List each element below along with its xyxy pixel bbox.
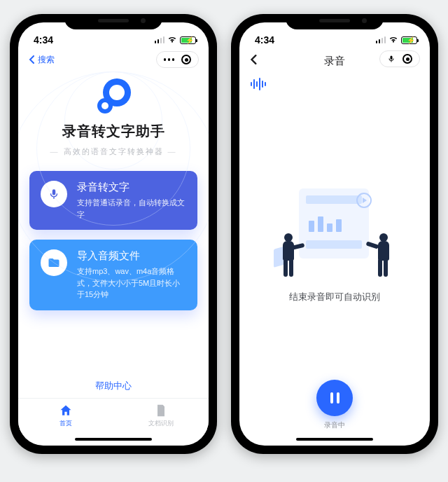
action-cards: 录音转文字 支持普通话录音，自动转换成文字 导入音频文件 支持mp3、wav、m…	[18, 157, 209, 310]
help-center-link[interactable]: 帮助中心	[18, 369, 209, 398]
tab-home-label: 首页	[59, 419, 72, 428]
record-status-label: 录音中	[324, 420, 345, 430]
card-record-to-text[interactable]: 录音转文字 支持普通话录音，自动转换成文字	[29, 171, 197, 230]
person-right-icon	[373, 233, 394, 280]
status-time: 4:34	[34, 34, 53, 46]
folder-icon	[41, 249, 67, 276]
empty-state: 结束录音即可自动识别	[239, 97, 430, 380]
person-left-icon	[278, 233, 299, 280]
capsule-menu[interactable]	[156, 51, 200, 68]
battery-icon: ⚡	[401, 36, 417, 44]
tab-bar: 首页 文档识别	[18, 398, 209, 433]
close-capsule-icon	[181, 55, 191, 64]
pause-icon	[330, 392, 340, 404]
chevron-left-icon	[249, 55, 259, 64]
title-bar: 录音	[239, 50, 430, 71]
screen-home: 4:34 ⚡ 搜索 录音转文字助手 高效的语音文字转换神器	[18, 22, 209, 446]
illustration	[275, 188, 394, 280]
document-icon	[154, 404, 168, 418]
app-logo-icon	[94, 78, 132, 116]
close-capsule-icon	[402, 54, 412, 64]
tab-home[interactable]: 首页	[18, 399, 113, 433]
notch	[286, 14, 384, 29]
notch	[64, 14, 162, 29]
play-icon	[356, 193, 372, 208]
back-label: 搜索	[38, 54, 55, 66]
tab-doc-label: 文档识别	[148, 419, 174, 428]
more-icon	[164, 58, 175, 61]
screen-recording: 4:34 ⚡ 录音	[239, 22, 430, 446]
status-time: 4:34	[255, 34, 274, 46]
page-title: 录音	[324, 55, 345, 68]
back-to-search[interactable]: 搜索	[28, 54, 55, 66]
card-import-title: 导入音频文件	[77, 249, 186, 263]
nav-row: 搜索	[18, 50, 209, 71]
card-import-audio[interactable]: 导入音频文件 支持mp3、wav、m4a音频格式，文件大小小于5M且时长小于15…	[29, 240, 197, 310]
microphone-icon	[41, 181, 67, 207]
card-record-title: 录音转文字	[77, 181, 186, 194]
app-subtitle: 高效的语音文字转换神器	[18, 146, 209, 157]
pause-record-button[interactable]	[316, 380, 353, 416]
home-indicator	[18, 433, 209, 446]
status-indicators: ⚡	[155, 34, 197, 46]
waveform	[239, 71, 430, 97]
wifi-icon	[167, 34, 177, 46]
phone-left: 4:34 ⚡ 搜索 录音转文字助手 高效的语音文字转换神器	[10, 14, 217, 454]
phone-right: 4:34 ⚡ 录音	[231, 14, 438, 454]
home-icon	[59, 404, 73, 418]
record-controls: 录音中	[239, 380, 430, 433]
microphone-mini-icon	[387, 55, 396, 63]
card-record-desc: 支持普通话录音，自动转换成文字	[77, 197, 186, 220]
battery-icon: ⚡	[180, 36, 196, 44]
status-indicators: ⚡	[376, 34, 418, 46]
home-indicator	[239, 433, 430, 446]
empty-caption: 结束录音即可自动识别	[289, 291, 380, 303]
card-import-desc: 支持mp3、wav、m4a音频格式，文件大小小于5M且时长小于15分钟	[77, 266, 186, 301]
tab-doc-scan[interactable]: 文档识别	[113, 399, 209, 433]
capsule-menu[interactable]	[379, 50, 420, 67]
back-button[interactable]	[249, 55, 259, 67]
wifi-icon	[388, 34, 398, 46]
signal-icon	[155, 36, 165, 43]
app-title: 录音转文字助手	[18, 122, 209, 141]
hero: 录音转文字助手 高效的语音文字转换神器	[18, 71, 209, 157]
signal-icon	[376, 36, 386, 43]
